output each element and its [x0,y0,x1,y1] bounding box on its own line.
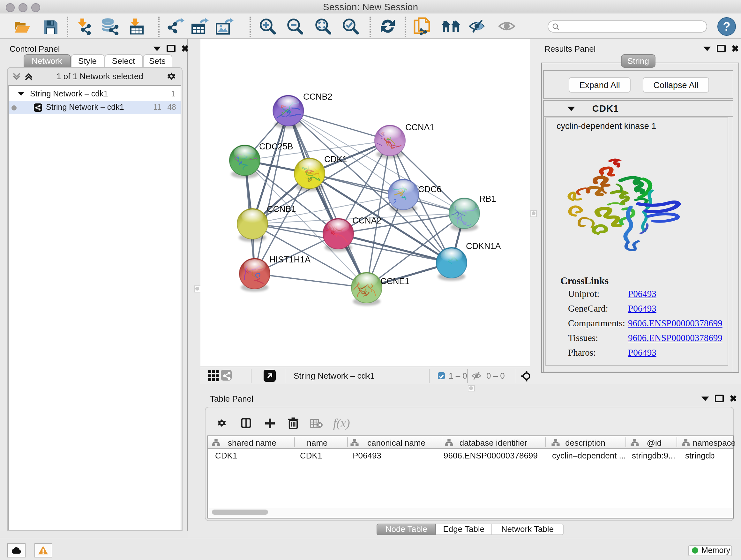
svg-text:CCNA1: CCNA1 [405,123,434,132]
svg-text:CDK1: CDK1 [324,154,347,164]
svg-text:CCNB1: CCNB1 [267,204,296,214]
svg-text:CDKN1A: CDKN1A [466,241,501,251]
svg-text:CCNA2: CCNA2 [352,216,382,226]
svg-text:CDC6: CDC6 [418,185,442,194]
svg-text:CCNE1: CCNE1 [381,276,410,286]
svg-text:CCNB2: CCNB2 [303,92,333,102]
svg-text:HIST1H1A: HIST1H1A [269,255,311,264]
svg-text:RB1: RB1 [479,194,496,204]
svg-text:CDC25B: CDC25B [259,142,293,151]
